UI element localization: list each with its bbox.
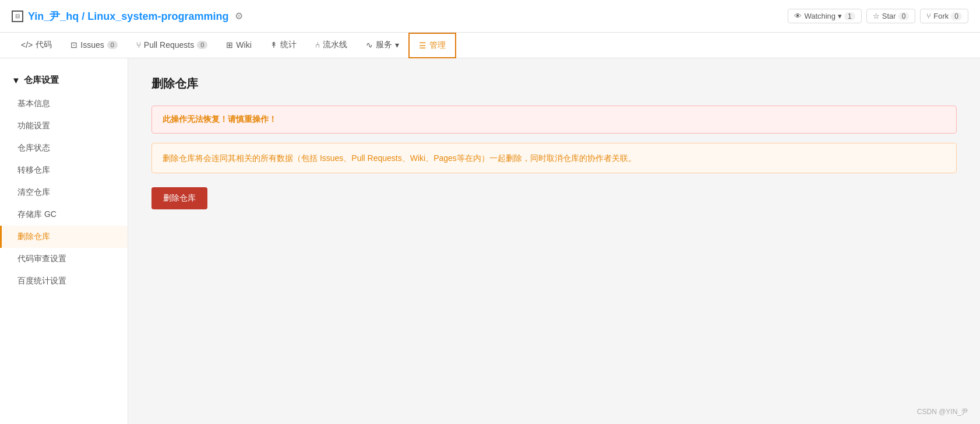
navbar: </> 代码 ⊡ Issues 0 ⑂ Pull Requests 0 ⊞ Wi…: [0, 33, 980, 58]
watching-count: 1: [844, 12, 855, 20]
issues-badge: 0: [107, 41, 118, 49]
pipeline-icon: ⑃: [315, 40, 320, 50]
manage-icon: ☰: [419, 41, 426, 50]
nav-label-code: 代码: [36, 40, 52, 50]
main-content: 删除仓库 此操作无法恢复！请慎重操作！ 删除仓库将会连同其相关的所有数据（包括 …: [128, 58, 980, 424]
info-text: 删除仓库将会连同其相关的所有数据（包括 Issues、Pull Requests…: [163, 153, 636, 163]
repo-icon: ⊟: [12, 10, 23, 22]
header: ⊟ Yin_尹_hq / Linux_system-programming ⚙ …: [0, 0, 980, 33]
sidebar-item-baidu-stats[interactable]: 百度统计设置: [0, 270, 128, 292]
repo-title[interactable]: Yin_尹_hq / Linux_system-programming: [28, 9, 228, 23]
sidebar-item-feature-settings[interactable]: 功能设置: [0, 115, 128, 137]
nav-label-pull-requests: Pull Requests: [144, 40, 194, 50]
stats-icon: ↟: [270, 40, 277, 50]
star-label: Star: [882, 12, 896, 20]
sidebar: ▼ 仓库设置 基本信息 功能设置 仓库状态 转移仓库 清空仓库 存储库 GC 删…: [0, 58, 128, 424]
nav-label-wiki: Wiki: [236, 40, 251, 50]
main-layout: ▼ 仓库设置 基本信息 功能设置 仓库状态 转移仓库 清空仓库 存储库 GC 删…: [0, 58, 980, 424]
nav-item-code[interactable]: </> 代码: [12, 33, 61, 58]
page-title: 删除仓库: [151, 76, 957, 92]
sidebar-item-code-review[interactable]: 代码审查设置: [0, 248, 128, 270]
wiki-icon: ⊞: [226, 40, 233, 50]
triangle-icon: ▼: [12, 75, 20, 85]
fork-button[interactable]: ⑂ Fork 0: [920, 9, 968, 23]
sidebar-item-basic-info[interactable]: 基本信息: [0, 93, 128, 115]
nav-item-manage[interactable]: ☰ 管理: [408, 33, 456, 58]
fork-icon: ⑂: [926, 12, 931, 20]
issues-icon: ⊡: [70, 40, 77, 50]
nav-label-services: 服务: [376, 40, 392, 50]
services-icon: ∿: [366, 40, 373, 50]
nav-label-pipeline: 流水线: [323, 40, 347, 50]
watching-label: Watching: [804, 12, 836, 20]
watching-button[interactable]: 👁 Watching ▾ 1: [788, 9, 861, 23]
repo-settings-icon[interactable]: ⚙: [233, 10, 245, 22]
nav-item-issues[interactable]: ⊡ Issues 0: [61, 33, 127, 58]
fork-label: Fork: [933, 12, 949, 20]
sidebar-item-delete-repo[interactable]: 删除仓库: [0, 226, 128, 248]
nav-item-pipeline[interactable]: ⑃ 流水线: [306, 33, 357, 58]
nav-item-services[interactable]: ∿ 服务 ▾: [357, 33, 408, 58]
fork-count: 0: [951, 12, 962, 20]
nav-label-manage: 管理: [429, 40, 446, 51]
sidebar-item-repo-status[interactable]: 仓库状态: [0, 137, 128, 159]
star-icon: ☆: [873, 12, 880, 20]
pull-requests-badge: 0: [197, 41, 207, 49]
header-left: ⊟ Yin_尹_hq / Linux_system-programming ⚙: [12, 9, 245, 23]
nav-label-issues: Issues: [80, 40, 104, 50]
footer-text: CSDN @YIN_尹: [917, 407, 968, 417]
sidebar-section-title: ▼ 仓库设置: [0, 70, 128, 93]
info-alert: 删除仓库将会连同其相关的所有数据（包括 Issues、Pull Requests…: [151, 143, 957, 173]
chevron-down-icon: ▾: [838, 12, 842, 20]
nav-item-pull-requests[interactable]: ⑂ Pull Requests 0: [127, 33, 217, 58]
warning-alert: 此操作无法恢复！请慎重操作！: [151, 106, 957, 134]
sidebar-item-storage-gc[interactable]: 存储库 GC: [0, 204, 128, 226]
nav-label-stats: 统计: [280, 40, 297, 50]
nav-item-wiki[interactable]: ⊞ Wiki: [217, 33, 260, 58]
warning-text: 此操作无法恢复！请慎重操作！: [163, 114, 277, 124]
delete-repo-button[interactable]: 删除仓库: [151, 187, 207, 209]
star-count: 0: [898, 12, 910, 20]
code-icon: </>: [21, 40, 33, 50]
nav-item-stats[interactable]: ↟ 统计: [261, 33, 306, 58]
sidebar-item-clear-repo[interactable]: 清空仓库: [0, 181, 128, 204]
sidebar-item-transfer-repo[interactable]: 转移仓库: [0, 159, 128, 181]
pull-requests-icon: ⑂: [136, 40, 141, 50]
star-button[interactable]: ☆ Star 0: [866, 9, 916, 23]
header-actions: 👁 Watching ▾ 1 ☆ Star 0 ⑂ Fork 0: [788, 9, 968, 23]
chevron-services-icon: ▾: [395, 40, 399, 50]
eye-icon: 👁: [794, 12, 802, 20]
